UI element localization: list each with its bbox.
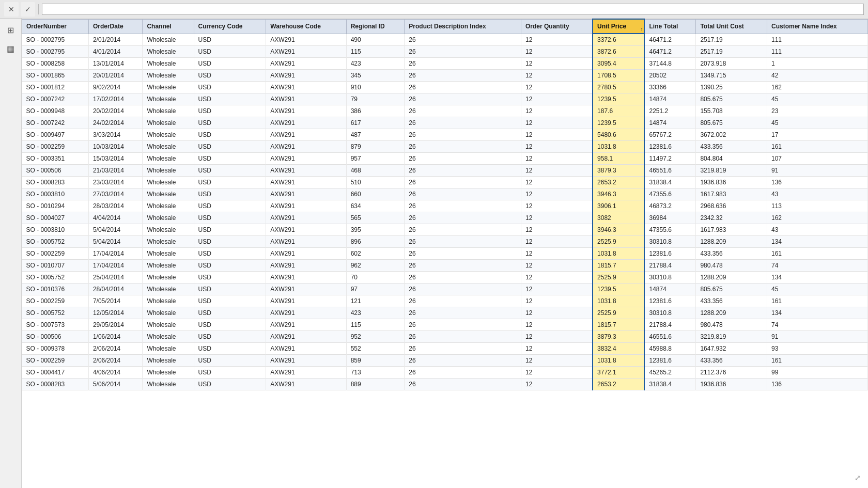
- col-header-order-number[interactable]: OrderNumber: [22, 19, 89, 34]
- table-row[interactable]: SO - 000335115/03/2014WholesaleUSDAXW291…: [22, 153, 868, 165]
- table-cell: 45265.2: [644, 367, 695, 379]
- toolbar-separator: [38, 4, 39, 14]
- close-button[interactable]: ✕: [4, 2, 19, 17]
- data-table-container[interactable]: OrderNumber OrderDate Channel Currency C…: [22, 19, 868, 488]
- table-row[interactable]: SO - 001070717/04/2014WholesaleUSDAXW291…: [22, 260, 868, 272]
- table-row[interactable]: SO - 000575212/05/2014WholesaleUSDAXW291…: [22, 307, 868, 319]
- table-row[interactable]: SO - 000575225/04/2014WholesaleUSDAXW291…: [22, 272, 868, 284]
- table-cell: 23: [767, 105, 867, 117]
- table-cell: 896: [346, 236, 405, 248]
- table-row[interactable]: SO - 000186520/01/2014WholesaleUSDAXW291…: [22, 70, 868, 82]
- table-cell: 2/06/2014: [88, 355, 143, 367]
- col-header-product-desc-index[interactable]: Product Description Index: [405, 19, 521, 34]
- table-cell: 26: [405, 367, 521, 379]
- table-row[interactable]: SO - 00050621/03/2014WholesaleUSDAXW2914…: [22, 165, 868, 177]
- table-cell: 45: [767, 93, 867, 105]
- table-cell: 805.675: [696, 117, 767, 129]
- table-cell: USD: [194, 34, 266, 46]
- table-cell: Wholesale: [143, 46, 194, 58]
- table-cell: SO - 000506: [22, 165, 89, 177]
- col-header-customer-name-index[interactable]: Customer Name Index: [767, 19, 867, 34]
- table-cell: USD: [194, 58, 266, 70]
- table-cell: 26: [405, 82, 521, 93]
- table-cell: AXW291: [266, 319, 346, 331]
- table-cell: 12: [521, 307, 593, 319]
- table-cell: SO - 0002259: [22, 141, 89, 153]
- table-cell: 20/02/2014: [88, 105, 143, 117]
- table-cell: USD: [194, 379, 266, 390]
- expand-icon[interactable]: ⤢: [851, 471, 864, 484]
- table-cell: Wholesale: [143, 236, 194, 248]
- grid-view-icon[interactable]: ⊞: [3, 22, 19, 38]
- table-row[interactable]: SO - 001037628/04/2014WholesaleUSDAXW291…: [22, 284, 868, 295]
- table-cell: 26: [405, 284, 521, 295]
- layout-icon[interactable]: ▦: [3, 40, 19, 57]
- table-cell: SO - 0007242: [22, 117, 89, 129]
- table-cell: 26: [405, 319, 521, 331]
- col-header-total-unit-cost[interactable]: Total Unit Cost: [696, 19, 767, 34]
- table-row[interactable]: SO - 00082835/06/2014WholesaleUSDAXW2918…: [22, 379, 868, 390]
- col-header-warehouse-code[interactable]: Warehouse Code: [266, 19, 346, 34]
- table-cell: 4/04/2014: [88, 212, 143, 224]
- table-row[interactable]: SO - 00093782/06/2014WholesaleUSDAXW2915…: [22, 343, 868, 355]
- col-header-unit-price[interactable]: Unit Price ↑: [593, 19, 644, 34]
- table-cell: 12: [521, 331, 593, 343]
- table-row[interactable]: SO - 00044174/06/2014WholesaleUSDAXW2917…: [22, 367, 868, 379]
- table-row[interactable]: SO - 000724217/02/2014WholesaleUSDAXW291…: [22, 93, 868, 105]
- table-cell: 12381.6: [644, 248, 695, 260]
- table-cell: 17/04/2014: [88, 260, 143, 272]
- table-cell: 26: [405, 141, 521, 153]
- table-cell: USD: [194, 248, 266, 260]
- table-cell: SO - 0010294: [22, 200, 89, 212]
- table-row[interactable]: SO - 000225917/04/2014WholesaleUSDAXW291…: [22, 248, 868, 260]
- table-cell: Wholesale: [143, 224, 194, 236]
- col-header-order-quantity[interactable]: Order Quantity: [521, 19, 593, 34]
- table-cell: Wholesale: [143, 367, 194, 379]
- table-cell: USD: [194, 236, 266, 248]
- table-cell: AXW291: [266, 331, 346, 343]
- table-row[interactable]: SO - 000225910/03/2014WholesaleUSDAXW291…: [22, 141, 868, 153]
- table-cell: 74: [767, 260, 867, 272]
- table-cell: 423: [346, 307, 405, 319]
- table-row[interactable]: SO - 00027952/01/2014WholesaleUSDAXW2914…: [22, 34, 868, 46]
- table-cell: AXW291: [266, 165, 346, 177]
- table-cell: SO - 0005752: [22, 307, 89, 319]
- table-cell: 12: [521, 165, 593, 177]
- table-row[interactable]: SO - 000381027/03/2014WholesaleUSDAXW291…: [22, 188, 868, 200]
- table-row[interactable]: SO - 000757329/05/2014WholesaleUSDAXW291…: [22, 319, 868, 331]
- table-row[interactable]: SO - 001029428/03/2014WholesaleUSDAXW291…: [22, 200, 868, 212]
- unit-price-cell: 2653.2: [593, 177, 644, 188]
- table-cell: 14874: [644, 117, 695, 129]
- table-cell: Wholesale: [143, 284, 194, 295]
- table-cell: 134: [767, 236, 867, 248]
- col-header-order-date[interactable]: OrderDate: [88, 19, 143, 34]
- table-row[interactable]: SO - 00057525/04/2014WholesaleUSDAXW2918…: [22, 236, 868, 248]
- table-cell: 26: [405, 117, 521, 129]
- col-header-currency-code[interactable]: Currency Code: [194, 19, 266, 34]
- table-row[interactable]: SO - 0005061/06/2014WholesaleUSDAXW29195…: [22, 331, 868, 343]
- table-cell: 12: [521, 224, 593, 236]
- formula-input[interactable]: [42, 4, 864, 15]
- table-row[interactable]: SO - 000724224/02/2014WholesaleUSDAXW291…: [22, 117, 868, 129]
- table-row[interactable]: SO - 00018129/02/2014WholesaleUSDAXW2919…: [22, 82, 868, 93]
- col-header-line-total[interactable]: Line Total: [644, 19, 695, 34]
- table-row[interactable]: SO - 000994820/02/2014WholesaleUSDAXW291…: [22, 105, 868, 117]
- col-header-channel[interactable]: Channel: [143, 19, 194, 34]
- table-row[interactable]: SO - 00022597/05/2014WholesaleUSDAXW2911…: [22, 295, 868, 307]
- table-row[interactable]: SO - 00038105/04/2014WholesaleUSDAXW2913…: [22, 224, 868, 236]
- table-cell: 4/01/2014: [88, 46, 143, 58]
- confirm-button[interactable]: ✓: [21, 2, 35, 17]
- table-cell: 79: [346, 93, 405, 105]
- table-row[interactable]: SO - 00040274/04/2014WholesaleUSDAXW2915…: [22, 212, 868, 224]
- table-cell: 74: [767, 319, 867, 331]
- table-row[interactable]: SO - 000825813/01/2014WholesaleUSDAXW291…: [22, 58, 868, 70]
- table-row[interactable]: SO - 000828323/03/2014WholesaleUSDAXW291…: [22, 177, 868, 188]
- table-cell: 13/01/2014: [88, 58, 143, 70]
- table-cell: SO - 0003810: [22, 188, 89, 200]
- table-row[interactable]: SO - 00022592/06/2014WholesaleUSDAXW2918…: [22, 355, 868, 367]
- table-cell: AXW291: [266, 177, 346, 188]
- col-header-regional-id[interactable]: Regional ID: [346, 19, 405, 34]
- table-row[interactable]: SO - 00027954/01/2014WholesaleUSDAXW2911…: [22, 46, 868, 58]
- table-row[interactable]: SO - 00094973/03/2014WholesaleUSDAXW2914…: [22, 129, 868, 141]
- data-table: OrderNumber OrderDate Channel Currency C…: [22, 19, 868, 390]
